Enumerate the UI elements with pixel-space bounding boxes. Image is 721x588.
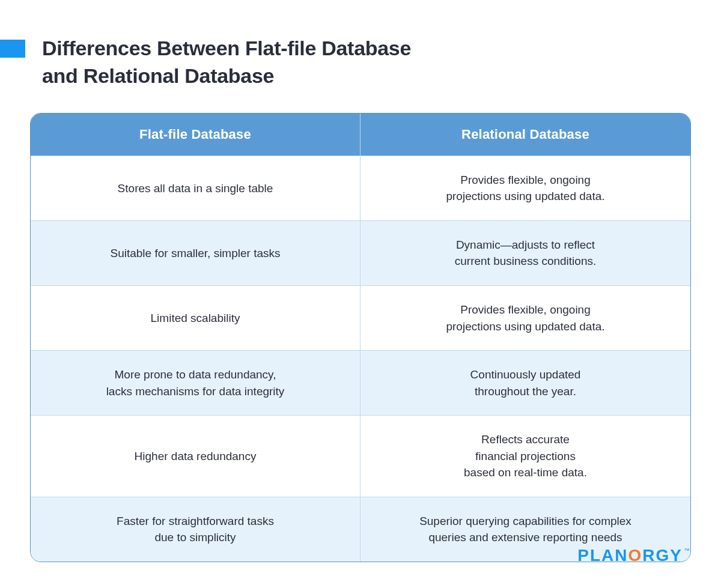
cell-left: More prone to data redundancy,lacks mech… bbox=[31, 350, 360, 415]
title-line-2: and Relational Database bbox=[42, 64, 274, 87]
cell-right: Continuously updatedthroughout the year. bbox=[360, 350, 690, 415]
cell-left: Higher data redundancy bbox=[31, 415, 360, 497]
header-relational: Relational Database bbox=[360, 114, 690, 156]
cell-left: Limited scalability bbox=[31, 285, 360, 350]
logo-suffix: RGY bbox=[642, 546, 683, 565]
table-row: Suitable for smaller, simpler tasks Dyna… bbox=[31, 220, 690, 285]
cell-left: Faster for straightforward tasksdue to s… bbox=[31, 497, 360, 562]
cell-right: Dynamic—adjusts to reflectcurrent busine… bbox=[360, 220, 690, 285]
logo-tm: ™ bbox=[684, 547, 690, 554]
logo-o: O bbox=[628, 546, 643, 565]
comparison-table: Flat-file Database Relational Database S… bbox=[30, 113, 691, 562]
logo-prefix: PLAN bbox=[577, 546, 628, 565]
cell-left: Suitable for smaller, simpler tasks bbox=[31, 220, 360, 285]
table-row: Limited scalability Provides flexible, o… bbox=[31, 285, 690, 350]
header-flat-file: Flat-file Database bbox=[31, 114, 360, 156]
table-header-row: Flat-file Database Relational Database bbox=[31, 114, 690, 156]
table-row: Stores all data in a single table Provid… bbox=[31, 156, 690, 220]
logo-text: PLANORGY bbox=[577, 546, 683, 565]
cell-right: Provides flexible, ongoingprojections us… bbox=[360, 285, 690, 350]
cell-left: Stores all data in a single table bbox=[31, 156, 360, 220]
title-section: Differences Between Flat-file Database a… bbox=[0, 0, 721, 90]
table-row: Higher data redundancy Reflects accurate… bbox=[31, 415, 690, 497]
page-title: Differences Between Flat-file Database a… bbox=[42, 35, 411, 90]
table-row: More prone to data redundancy,lacks mech… bbox=[31, 350, 690, 415]
planergy-logo: PLANORGY ™ bbox=[577, 546, 690, 565]
comparison-table-wrapper: Flat-file Database Relational Database S… bbox=[0, 90, 721, 562]
cell-right: Provides flexible, ongoingprojections us… bbox=[360, 156, 690, 220]
title-accent-bar bbox=[0, 40, 25, 58]
cell-right: Reflects accuratefinancial projectionsba… bbox=[360, 415, 690, 497]
title-line-1: Differences Between Flat-file Database bbox=[42, 37, 411, 59]
